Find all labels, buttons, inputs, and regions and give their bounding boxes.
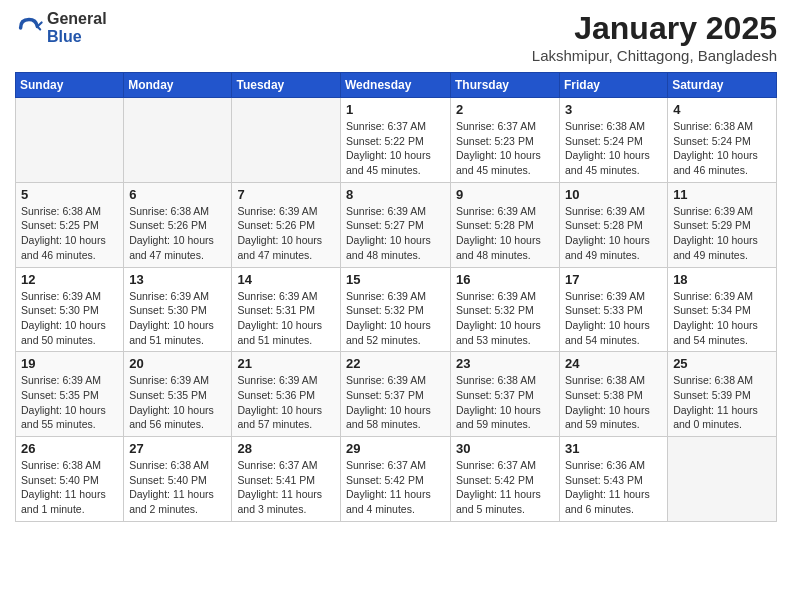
day-info: Sunrise: 6:38 AM Sunset: 5:25 PM Dayligh… xyxy=(21,204,118,263)
day-info: Sunrise: 6:39 AM Sunset: 5:30 PM Dayligh… xyxy=(21,289,118,348)
calendar-cell: 11Sunrise: 6:39 AM Sunset: 5:29 PM Dayli… xyxy=(668,182,777,267)
day-number: 25 xyxy=(673,356,771,371)
day-info: Sunrise: 6:39 AM Sunset: 5:32 PM Dayligh… xyxy=(456,289,554,348)
calendar-cell: 17Sunrise: 6:39 AM Sunset: 5:33 PM Dayli… xyxy=(560,267,668,352)
calendar-cell: 2Sunrise: 6:37 AM Sunset: 5:23 PM Daylig… xyxy=(451,98,560,183)
day-info: Sunrise: 6:39 AM Sunset: 5:29 PM Dayligh… xyxy=(673,204,771,263)
day-number: 4 xyxy=(673,102,771,117)
day-number: 6 xyxy=(129,187,226,202)
day-number: 28 xyxy=(237,441,335,456)
weekday-header: Wednesday xyxy=(341,73,451,98)
day-number: 2 xyxy=(456,102,554,117)
day-info: Sunrise: 6:37 AM Sunset: 5:22 PM Dayligh… xyxy=(346,119,445,178)
calendar-cell: 5Sunrise: 6:38 AM Sunset: 5:25 PM Daylig… xyxy=(16,182,124,267)
calendar-cell: 21Sunrise: 6:39 AM Sunset: 5:36 PM Dayli… xyxy=(232,352,341,437)
calendar-cell: 19Sunrise: 6:39 AM Sunset: 5:35 PM Dayli… xyxy=(16,352,124,437)
day-info: Sunrise: 6:36 AM Sunset: 5:43 PM Dayligh… xyxy=(565,458,662,517)
calendar-cell: 7Sunrise: 6:39 AM Sunset: 5:26 PM Daylig… xyxy=(232,182,341,267)
calendar-cell: 12Sunrise: 6:39 AM Sunset: 5:30 PM Dayli… xyxy=(16,267,124,352)
day-number: 19 xyxy=(21,356,118,371)
month-title: January 2025 xyxy=(532,10,777,47)
weekday-header: Monday xyxy=(124,73,232,98)
calendar-cell: 13Sunrise: 6:39 AM Sunset: 5:30 PM Dayli… xyxy=(124,267,232,352)
day-info: Sunrise: 6:39 AM Sunset: 5:37 PM Dayligh… xyxy=(346,373,445,432)
calendar-cell: 3Sunrise: 6:38 AM Sunset: 5:24 PM Daylig… xyxy=(560,98,668,183)
day-info: Sunrise: 6:38 AM Sunset: 5:40 PM Dayligh… xyxy=(129,458,226,517)
day-info: Sunrise: 6:37 AM Sunset: 5:41 PM Dayligh… xyxy=(237,458,335,517)
day-number: 29 xyxy=(346,441,445,456)
logo-icon xyxy=(15,14,43,42)
day-number: 15 xyxy=(346,272,445,287)
calendar-cell xyxy=(16,98,124,183)
day-info: Sunrise: 6:37 AM Sunset: 5:42 PM Dayligh… xyxy=(456,458,554,517)
calendar-cell: 15Sunrise: 6:39 AM Sunset: 5:32 PM Dayli… xyxy=(341,267,451,352)
day-number: 30 xyxy=(456,441,554,456)
calendar-cell: 22Sunrise: 6:39 AM Sunset: 5:37 PM Dayli… xyxy=(341,352,451,437)
day-number: 11 xyxy=(673,187,771,202)
calendar-cell: 16Sunrise: 6:39 AM Sunset: 5:32 PM Dayli… xyxy=(451,267,560,352)
day-info: Sunrise: 6:38 AM Sunset: 5:37 PM Dayligh… xyxy=(456,373,554,432)
week-row: 12Sunrise: 6:39 AM Sunset: 5:30 PM Dayli… xyxy=(16,267,777,352)
day-number: 3 xyxy=(565,102,662,117)
day-info: Sunrise: 6:38 AM Sunset: 5:38 PM Dayligh… xyxy=(565,373,662,432)
day-number: 5 xyxy=(21,187,118,202)
week-row: 19Sunrise: 6:39 AM Sunset: 5:35 PM Dayli… xyxy=(16,352,777,437)
day-info: Sunrise: 6:39 AM Sunset: 5:36 PM Dayligh… xyxy=(237,373,335,432)
day-info: Sunrise: 6:39 AM Sunset: 5:35 PM Dayligh… xyxy=(21,373,118,432)
day-info: Sunrise: 6:39 AM Sunset: 5:35 PM Dayligh… xyxy=(129,373,226,432)
calendar-cell xyxy=(232,98,341,183)
day-number: 24 xyxy=(565,356,662,371)
calendar-cell: 31Sunrise: 6:36 AM Sunset: 5:43 PM Dayli… xyxy=(560,437,668,522)
calendar-cell: 23Sunrise: 6:38 AM Sunset: 5:37 PM Dayli… xyxy=(451,352,560,437)
page-header: General Blue January 2025 Lakshmipur, Ch… xyxy=(15,10,777,64)
day-number: 17 xyxy=(565,272,662,287)
day-number: 21 xyxy=(237,356,335,371)
calendar-cell: 25Sunrise: 6:38 AM Sunset: 5:39 PM Dayli… xyxy=(668,352,777,437)
calendar-cell: 9Sunrise: 6:39 AM Sunset: 5:28 PM Daylig… xyxy=(451,182,560,267)
day-info: Sunrise: 6:39 AM Sunset: 5:27 PM Dayligh… xyxy=(346,204,445,263)
calendar-cell xyxy=(124,98,232,183)
calendar-cell: 28Sunrise: 6:37 AM Sunset: 5:41 PM Dayli… xyxy=(232,437,341,522)
day-info: Sunrise: 6:39 AM Sunset: 5:28 PM Dayligh… xyxy=(565,204,662,263)
day-number: 16 xyxy=(456,272,554,287)
day-number: 12 xyxy=(21,272,118,287)
day-number: 13 xyxy=(129,272,226,287)
logo-blue: Blue xyxy=(47,28,107,46)
day-number: 7 xyxy=(237,187,335,202)
day-info: Sunrise: 6:39 AM Sunset: 5:26 PM Dayligh… xyxy=(237,204,335,263)
title-area: January 2025 Lakshmipur, Chittagong, Ban… xyxy=(532,10,777,64)
calendar-cell: 30Sunrise: 6:37 AM Sunset: 5:42 PM Dayli… xyxy=(451,437,560,522)
calendar-cell: 6Sunrise: 6:38 AM Sunset: 5:26 PM Daylig… xyxy=(124,182,232,267)
weekday-header: Tuesday xyxy=(232,73,341,98)
day-number: 26 xyxy=(21,441,118,456)
day-info: Sunrise: 6:38 AM Sunset: 5:24 PM Dayligh… xyxy=(673,119,771,178)
day-info: Sunrise: 6:39 AM Sunset: 5:30 PM Dayligh… xyxy=(129,289,226,348)
day-info: Sunrise: 6:39 AM Sunset: 5:31 PM Dayligh… xyxy=(237,289,335,348)
day-number: 10 xyxy=(565,187,662,202)
weekday-header: Friday xyxy=(560,73,668,98)
day-info: Sunrise: 6:39 AM Sunset: 5:33 PM Dayligh… xyxy=(565,289,662,348)
day-info: Sunrise: 6:37 AM Sunset: 5:23 PM Dayligh… xyxy=(456,119,554,178)
day-number: 1 xyxy=(346,102,445,117)
calendar-cell: 14Sunrise: 6:39 AM Sunset: 5:31 PM Dayli… xyxy=(232,267,341,352)
calendar-cell: 27Sunrise: 6:38 AM Sunset: 5:40 PM Dayli… xyxy=(124,437,232,522)
calendar-cell: 1Sunrise: 6:37 AM Sunset: 5:22 PM Daylig… xyxy=(341,98,451,183)
day-info: Sunrise: 6:38 AM Sunset: 5:40 PM Dayligh… xyxy=(21,458,118,517)
week-row: 5Sunrise: 6:38 AM Sunset: 5:25 PM Daylig… xyxy=(16,182,777,267)
logo-general: General xyxy=(47,10,107,28)
calendar-cell xyxy=(668,437,777,522)
day-info: Sunrise: 6:38 AM Sunset: 5:24 PM Dayligh… xyxy=(565,119,662,178)
calendar-cell: 20Sunrise: 6:39 AM Sunset: 5:35 PM Dayli… xyxy=(124,352,232,437)
day-number: 27 xyxy=(129,441,226,456)
week-row: 26Sunrise: 6:38 AM Sunset: 5:40 PM Dayli… xyxy=(16,437,777,522)
logo-text: General Blue xyxy=(47,10,107,45)
calendar-cell: 24Sunrise: 6:38 AM Sunset: 5:38 PM Dayli… xyxy=(560,352,668,437)
calendar-cell: 26Sunrise: 6:38 AM Sunset: 5:40 PM Dayli… xyxy=(16,437,124,522)
day-info: Sunrise: 6:38 AM Sunset: 5:26 PM Dayligh… xyxy=(129,204,226,263)
weekday-header: Saturday xyxy=(668,73,777,98)
weekday-header-row: SundayMondayTuesdayWednesdayThursdayFrid… xyxy=(16,73,777,98)
day-number: 22 xyxy=(346,356,445,371)
weekday-header: Thursday xyxy=(451,73,560,98)
weekday-header: Sunday xyxy=(16,73,124,98)
calendar-table: SundayMondayTuesdayWednesdayThursdayFrid… xyxy=(15,72,777,522)
